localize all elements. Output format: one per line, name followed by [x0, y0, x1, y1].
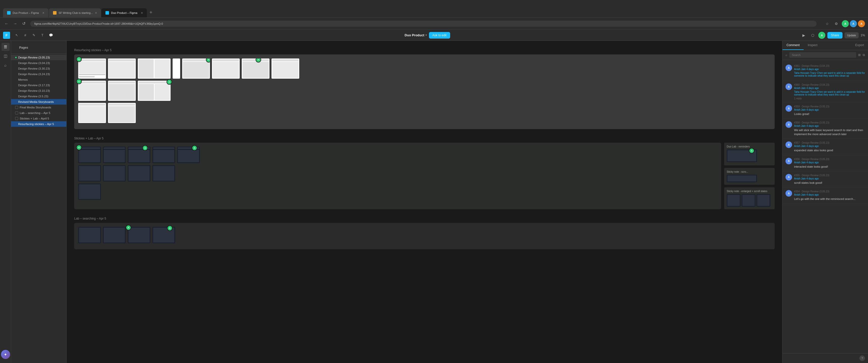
lab-frame-2[interactable]	[103, 227, 126, 243]
search-icon[interactable]: ⌕	[1, 61, 9, 69]
frame-6[interactable]	[212, 59, 240, 79]
comment-tagged-1: Taha Hossain Tracy Chen we want to add i…	[794, 72, 865, 77]
filter-icon[interactable]: ⊞	[858, 53, 861, 57]
stickies-frame-2[interactable]	[103, 147, 126, 163]
comment-avatar-2: A	[785, 84, 792, 90]
frame-4[interactable]	[173, 59, 180, 79]
page-item-3[interactable]: Design Review (3.24.23)	[11, 71, 66, 77]
tab-close-2[interactable]: ×	[95, 11, 97, 15]
frame-8[interactable]	[272, 59, 299, 79]
new-tab-button[interactable]: +	[147, 7, 154, 18]
stickies-frame-r2-2[interactable]	[103, 165, 126, 182]
browser-tab-1[interactable]: Duo Product – Figma ×	[3, 8, 49, 18]
page-checkbox[interactable]	[15, 111, 18, 114]
text-tool[interactable]: T	[39, 32, 46, 39]
assets-icon[interactable]: ◫	[1, 52, 9, 60]
page-item-resurfacing[interactable]: Resurfacing stickies – Apr 5	[11, 121, 66, 127]
ask-to-edit-button[interactable]: Ask to edit	[429, 32, 450, 39]
stickies-frame-r2-3[interactable]	[128, 165, 150, 182]
page-checkbox[interactable]	[15, 106, 18, 109]
update-button[interactable]: Update	[844, 32, 859, 38]
comment-tool[interactable]: 💬	[48, 32, 55, 39]
frame-r3-1[interactable]	[78, 103, 106, 123]
page-item-design-review-0[interactable]: Design Review (3.05.23)	[11, 55, 66, 60]
frame-r3-2[interactable]	[108, 103, 136, 123]
page-item-5[interactable]: Design Review (3.17.23)	[11, 82, 66, 88]
lab-frame-3[interactable]	[128, 227, 150, 243]
stickies-frame-r2-4[interactable]	[152, 165, 175, 182]
tab-export[interactable]: Export	[851, 41, 868, 50]
lab-frame-1[interactable]	[78, 227, 101, 243]
layers-icon[interactable]: ☰	[1, 43, 9, 51]
frame-tool[interactable]: #	[22, 32, 29, 39]
page-item-10[interactable]: Lab – searching – Apr 5	[11, 110, 66, 116]
play-button[interactable]: ▶	[800, 32, 807, 39]
tagged-users-2: Taha Hossain Tracy Chen	[794, 91, 823, 93]
tab-inspect[interactable]: Inspect	[804, 41, 822, 50]
figma-toolbar-icons: ☆ ⚙ A A A	[824, 20, 865, 27]
page-item-2[interactable]: Design Review (3.30.23)	[11, 66, 66, 71]
reload-button[interactable]: ↺	[20, 20, 27, 27]
lab-searching-section: Lab – searching – Apr 5	[74, 217, 775, 249]
plugin-bubble[interactable]: ✦	[0, 348, 12, 361]
frame-1[interactable]	[78, 59, 106, 79]
resurfacing-row-3	[78, 103, 771, 123]
sticky-scroll: Sticky note - scro...	[724, 168, 775, 185]
frame-7[interactable]: A	[242, 59, 270, 79]
user-avatar-1: A	[842, 20, 849, 27]
extension-button[interactable]: ⚙	[833, 20, 840, 27]
sort-icon[interactable]: ⧉	[863, 53, 865, 57]
sticky-scroll-frame[interactable]	[727, 175, 757, 182]
comment-body-8: #354 · Design Review (3.05.23) Anish Jai…	[794, 190, 865, 201]
tab-favicon-1	[7, 11, 10, 14]
address-bar[interactable]: figma.com/file/4kpN2TXtUCUnyBTniyUJ3/Duo…	[30, 21, 816, 27]
page-item-1[interactable]: Design Review (3.04.23)	[11, 60, 66, 66]
tab-comment[interactable]: Comment	[782, 41, 804, 50]
tab-label-1: Duo Product – Figma	[12, 11, 39, 14]
move-tool[interactable]: ↖	[13, 32, 20, 39]
tab-close-3[interactable]: ×	[141, 11, 143, 15]
frame-5[interactable]: A	[182, 59, 210, 79]
frame-3[interactable]	[138, 59, 170, 79]
browser-tab-3[interactable]: Duo Product – Figma ×	[101, 8, 147, 18]
page-item-4[interactable]: Memos	[11, 77, 66, 82]
figma-tool-icons: ↖ # ✎ T 💬	[13, 32, 55, 39]
frame-r2-1[interactable]	[78, 81, 106, 101]
comment-meta-6: Anish Jain 4 days ago	[794, 161, 865, 164]
stickies-frame-1[interactable]	[78, 147, 101, 163]
sticky-enlarged-frame-2[interactable]	[742, 194, 755, 207]
frame-r2-2[interactable]	[108, 81, 136, 101]
page-label: Design Review (3.04.23)	[18, 62, 50, 65]
tab-close-1[interactable]: ×	[42, 11, 44, 15]
share-button[interactable]: Share	[827, 32, 842, 39]
forward-button[interactable]: →	[11, 20, 19, 27]
comment-text-5: expanded state also looks good	[794, 148, 865, 152]
stickies-frame-4[interactable]	[152, 147, 175, 163]
page-item-11[interactable]: Stickies + Lab – April 5	[11, 116, 66, 121]
stickies-frame-r2-1[interactable]	[78, 165, 101, 182]
page-item-7[interactable]: Design Review (3.5.23)	[11, 94, 66, 99]
resurfacing-row-2: A	[78, 81, 771, 101]
page-item-revised-media[interactable]: Revised Media Storyboards	[11, 99, 66, 105]
browser-tab-2[interactable]: SF Writing Club is starting... ×	[49, 8, 101, 18]
help-button[interactable]: ?	[860, 356, 865, 361]
tab-label-3: Duo Product – Figma	[111, 11, 137, 14]
sticky-enlarged-frame-1[interactable]	[727, 194, 741, 207]
frame-2[interactable]	[108, 59, 136, 79]
page-item-6[interactable]: Design Review (3.10.23)	[11, 88, 66, 94]
comment-search-input[interactable]	[789, 52, 856, 58]
sticky-enlarged-frame-3[interactable]	[756, 194, 770, 207]
stickies-frame-r3-1[interactable]	[78, 184, 101, 200]
back-button[interactable]: ←	[3, 20, 10, 27]
frame-r2-3[interactable]	[138, 81, 170, 101]
canvas-area[interactable]: Resurfacing stickies – Apr 5	[67, 41, 782, 363]
figma-menu-bar: F ↖ # ✎ T 💬 Duo Product ▾ Ask to edit ▶ …	[0, 30, 868, 41]
comment-author-6: Anish Jain	[794, 161, 806, 164]
project-title[interactable]: Duo Product ▾	[405, 33, 427, 37]
present-button[interactable]: ⬡	[809, 32, 816, 39]
comment-replies-2[interactable]: 1 reply	[794, 97, 865, 100]
page-checkbox[interactable]	[15, 117, 18, 120]
pen-tool[interactable]: ✎	[30, 32, 37, 39]
star-button[interactable]: ☆	[824, 20, 831, 27]
page-item-9[interactable]: Final Media Storyboards	[11, 105, 66, 110]
